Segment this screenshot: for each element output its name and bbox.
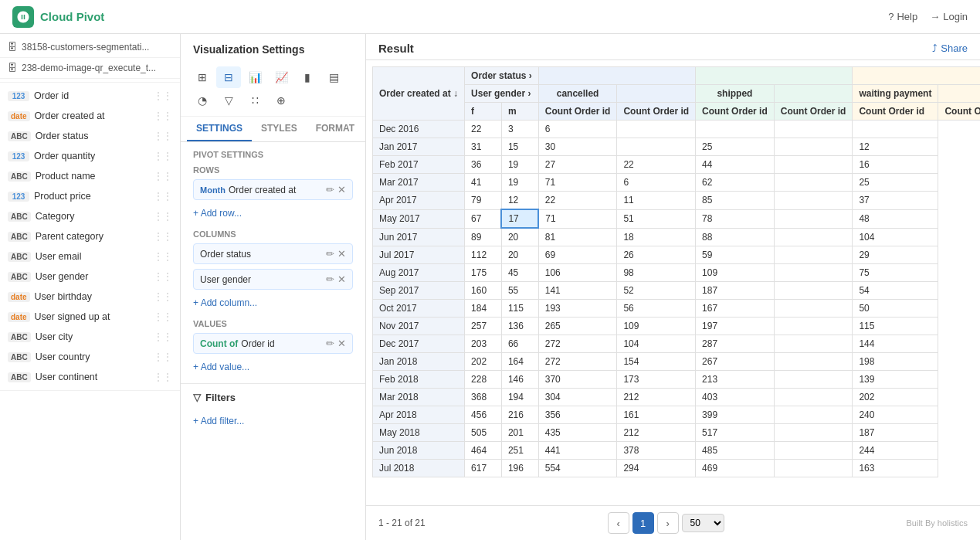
cell-3-3: 6 bbox=[617, 174, 696, 192]
sidebar-field-0[interactable]: 123 Order id ⋮⋮ bbox=[0, 86, 180, 106]
drag-handle-3[interactable]: ⋮⋮ bbox=[154, 151, 172, 161]
drag-handle-4[interactable]: ⋮⋮ bbox=[154, 171, 172, 182]
pivot-icon-btn[interactable]: ⊟ bbox=[216, 66, 241, 88]
drag-handle-8[interactable]: ⋮⋮ bbox=[154, 251, 172, 262]
add-column-btn[interactable]: + Add column... bbox=[193, 294, 353, 311]
drag-handle-6[interactable]: ⋮⋮ bbox=[154, 211, 172, 222]
funnel-icon-btn[interactable]: ▽ bbox=[216, 90, 241, 111]
map-icon-btn[interactable]: ⊕ bbox=[269, 90, 293, 111]
row-pill[interactable]: Month Order created at ✏ ✕ bbox=[193, 179, 353, 200]
cell-2-2: 27 bbox=[538, 156, 617, 174]
table-icon-btn[interactable]: ⊞ bbox=[190, 66, 215, 88]
sidebar-field-3[interactable]: 123 Order quantity ⋮⋮ bbox=[0, 146, 180, 166]
sidebar-field-13[interactable]: ABC User country ⋮⋮ bbox=[0, 347, 180, 367]
add-filter-btn[interactable]: + Add filter... bbox=[193, 413, 353, 430]
tab-settings[interactable]: SETTINGS bbox=[187, 117, 252, 141]
value-pill-delete[interactable]: ✕ bbox=[337, 338, 346, 349]
drag-handle-11[interactable]: ⋮⋮ bbox=[154, 311, 172, 322]
add-row-btn[interactable]: + Add row... bbox=[193, 205, 353, 222]
field-badge-7: ABC bbox=[8, 232, 31, 242]
sidebar-field-7[interactable]: ABC Parent category ⋮⋮ bbox=[0, 226, 180, 246]
row-pill-delete[interactable]: ✕ bbox=[337, 184, 346, 195]
icon-toolbar: ⊞ ⊟ 📊 📈 ▮ ▤ ◔ ▽ ∷ ⊕ bbox=[181, 62, 365, 117]
sidebar-field-11[interactable]: date User signed up at ⋮⋮ bbox=[0, 307, 180, 327]
value-pill-edit[interactable]: ✏ bbox=[326, 338, 334, 349]
help-link[interactable]: ? Help bbox=[888, 11, 917, 22]
sidebar-field-4[interactable]: ABC Product name ⋮⋮ bbox=[0, 166, 180, 186]
sidebar-field-8[interactable]: ABC User email ⋮⋮ bbox=[0, 246, 180, 267]
col-pill-2-edit[interactable]: ✏ bbox=[326, 273, 334, 285]
line-chart-icon-btn[interactable]: 📈 bbox=[269, 66, 293, 88]
drag-handle-14[interactable]: ⋮⋮ bbox=[154, 372, 172, 382]
th-gender-f1: f bbox=[465, 103, 502, 121]
pie-chart-icon-btn[interactable]: ◔ bbox=[190, 90, 215, 111]
drag-handle-5[interactable]: ⋮⋮ bbox=[154, 191, 172, 202]
sidebar-field-1[interactable]: date Order created at ⋮⋮ bbox=[0, 106, 180, 126]
page-1-btn[interactable]: 1 bbox=[632, 512, 654, 534]
cell-date-5: May 2017 bbox=[373, 209, 465, 228]
cell-9-2: 141 bbox=[538, 282, 617, 300]
th-waiting-count-m: Count Order id bbox=[938, 103, 980, 121]
col-pill-1-delete[interactable]: ✕ bbox=[337, 248, 346, 260]
sidebar-field-14[interactable]: ABC User continent ⋮⋮ bbox=[0, 367, 180, 387]
field-badge-9: ABC bbox=[8, 272, 31, 282]
sidebar-field-6[interactable]: ABC Category ⋮⋮ bbox=[0, 206, 180, 226]
add-value-btn[interactable]: + Add value... bbox=[193, 358, 353, 375]
drag-handle-10[interactable]: ⋮⋮ bbox=[154, 291, 172, 302]
login-link[interactable]: → Login bbox=[930, 11, 968, 22]
cell-0-3 bbox=[617, 121, 696, 138]
drag-handle-12[interactable]: ⋮⋮ bbox=[154, 331, 172, 342]
col-pill-2-delete[interactable]: ✕ bbox=[337, 273, 346, 285]
value-pill[interactable]: Count of Order id ✏ ✕ bbox=[193, 333, 353, 354]
cell-1-0: 31 bbox=[465, 138, 502, 156]
table-row: Mar 2018368194304212403202 bbox=[373, 389, 981, 406]
datasource-item-2[interactable]: 🗄 238-demo-image-qr_execute_t... bbox=[0, 58, 180, 79]
col-pill-1[interactable]: Order status ✏ ✕ bbox=[193, 243, 353, 264]
sidebar-field-2[interactable]: ABC Order status ⋮⋮ bbox=[0, 126, 180, 146]
db-icon-2: 🗄 bbox=[8, 63, 17, 73]
column-chart-icon-btn[interactable]: ▮ bbox=[295, 66, 320, 88]
sidebar-field-12[interactable]: ABC User city ⋮⋮ bbox=[0, 327, 180, 347]
row-pill-label: Order created at bbox=[229, 185, 296, 195]
tab-format[interactable]: FORMAT bbox=[307, 117, 364, 141]
drag-handle-9[interactable]: ⋮⋮ bbox=[154, 271, 172, 282]
scatter-icon-btn[interactable]: ∷ bbox=[242, 90, 267, 111]
cell-18-2: 441 bbox=[538, 442, 617, 460]
right-panel: Result ⤴ Share Order created at ↓ Order … bbox=[366, 34, 980, 540]
field-badge-4: ABC bbox=[8, 172, 31, 182]
page-next-btn[interactable]: › bbox=[657, 512, 679, 534]
drag-handle-1[interactable]: ⋮⋮ bbox=[154, 110, 172, 121]
cell-5-0: 67 bbox=[465, 209, 502, 228]
cell-9-3: 52 bbox=[617, 282, 696, 300]
bar-chart-icon-btn[interactable]: 📊 bbox=[242, 66, 267, 88]
drag-handle-0[interactable]: ⋮⋮ bbox=[154, 90, 172, 101]
cell-16-5 bbox=[774, 406, 853, 424]
filter-icon: ▽ bbox=[193, 392, 201, 403]
datasource-item-1[interactable]: 🗄 38158-customers-segmentati... bbox=[0, 37, 180, 58]
field-badge-10: date bbox=[8, 292, 30, 302]
cell-date-6: Jun 2017 bbox=[373, 228, 465, 246]
field-badge-8: ABC bbox=[8, 252, 31, 262]
sidebar-field-9[interactable]: ABC User gender ⋮⋮ bbox=[0, 267, 180, 287]
cell-17-5 bbox=[774, 424, 853, 442]
drag-handle-13[interactable]: ⋮⋮ bbox=[154, 352, 172, 362]
cell-9-6: 54 bbox=[853, 282, 938, 300]
drag-handle-7[interactable]: ⋮⋮ bbox=[154, 231, 172, 242]
share-button[interactable]: ⤴ Share bbox=[932, 42, 968, 54]
area-chart-icon-btn[interactable]: ▤ bbox=[321, 66, 346, 88]
sidebar-field-5[interactable]: 123 Product price ⋮⋮ bbox=[0, 186, 180, 206]
sidebar-field-10[interactable]: date User birthday ⋮⋮ bbox=[0, 287, 180, 307]
cell-2-3: 22 bbox=[617, 156, 696, 174]
row-pill-edit[interactable]: ✏ bbox=[326, 184, 334, 195]
cell-1-1: 15 bbox=[501, 138, 538, 156]
table-row: Mar 201741197166225 bbox=[373, 174, 981, 192]
per-page-select[interactable]: 10 25 50 100 bbox=[682, 514, 724, 532]
col-pill-1-edit[interactable]: ✏ bbox=[326, 248, 334, 260]
tab-styles[interactable]: STYLES bbox=[252, 117, 307, 141]
page-prev-btn[interactable]: ‹ bbox=[608, 512, 629, 534]
drag-handle-2[interactable]: ⋮⋮ bbox=[154, 131, 172, 141]
fields-section: 123 Order id ⋮⋮ date Order created at ⋮⋮… bbox=[0, 83, 180, 391]
cell-17-6: 187 bbox=[853, 424, 938, 442]
col-pill-2[interactable]: User gender ✏ ✕ bbox=[193, 269, 353, 290]
cell-2-0: 36 bbox=[465, 156, 502, 174]
